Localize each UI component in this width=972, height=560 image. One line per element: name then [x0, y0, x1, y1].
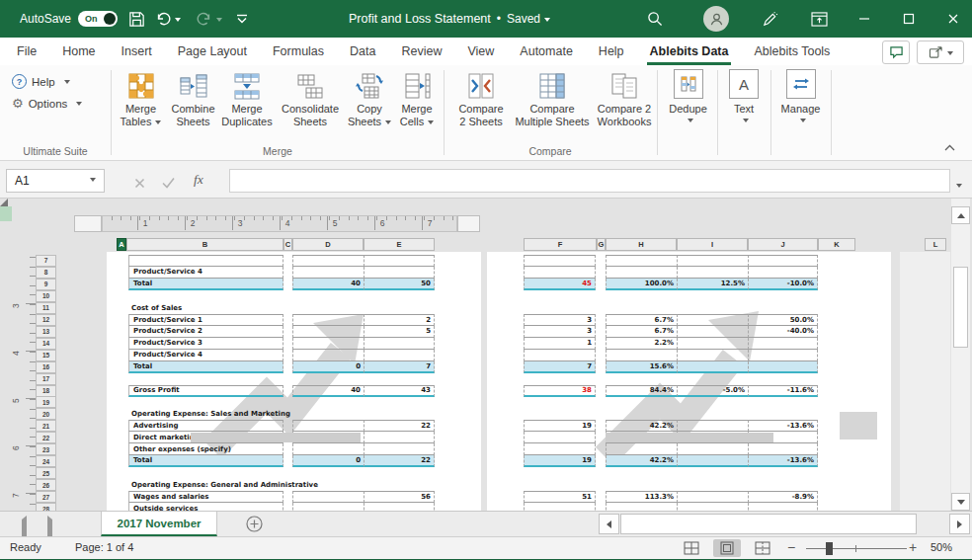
cell-I28[interactable]	[677, 503, 748, 511]
cell-D24[interactable]: 0	[292, 455, 364, 467]
cell-F18[interactable]: 38	[524, 385, 596, 397]
cell-H15[interactable]	[606, 350, 677, 361]
row-header-21[interactable]: 21	[36, 420, 56, 432]
cell-I7[interactable]	[677, 255, 748, 267]
dropdown-icon[interactable]	[428, 120, 434, 127]
dropdown-icon[interactable]	[688, 119, 693, 125]
cell-I13[interactable]	[677, 326, 748, 338]
section-header-row-20[interactable]: Operating Expense: Sales and Marketing	[131, 410, 290, 418]
cell-F9[interactable]: 45	[524, 279, 596, 290]
cell-H27[interactable]: 113.3%	[606, 491, 677, 503]
row-header-8[interactable]: 8	[36, 267, 56, 279]
ribbon-tab-review[interactable]: Review	[388, 38, 454, 65]
compare-2-workbooks-button[interactable]: Compare 2Workbooks	[592, 69, 657, 128]
cell-H13[interactable]: 6.7%	[606, 326, 677, 338]
consolidate-sheets-button[interactable]: ConsolidateSheets	[275, 69, 346, 128]
ribbon-tab-formulas[interactable]: Formulas	[260, 38, 337, 65]
cell-E15[interactable]	[364, 350, 435, 361]
cell-B14[interactable]: Product/Service 3	[128, 338, 284, 350]
cell-J14[interactable]	[748, 338, 818, 350]
row-header-27[interactable]: 27	[36, 491, 56, 503]
cell-D14[interactable]	[292, 338, 364, 350]
cell-E12[interactable]: 2	[364, 314, 435, 326]
cell-E9[interactable]: 50	[364, 279, 435, 290]
cell-D27[interactable]	[292, 491, 364, 503]
maximize-button[interactable]	[890, 0, 928, 38]
manage-button[interactable]: Manage	[771, 69, 830, 123]
next-sheet-icon[interactable]	[47, 520, 52, 537]
cell-J18[interactable]: -11.6%	[748, 385, 818, 397]
page-layout-view-button[interactable]	[713, 539, 741, 557]
hscroll-left-icon[interactable]	[599, 514, 619, 534]
cell-J24[interactable]: -13.6%	[748, 455, 818, 467]
cell-F15[interactable]	[524, 350, 596, 361]
row-header-22[interactable]: 22	[36, 432, 56, 443]
ribbon-display-options-icon[interactable]	[804, 0, 834, 38]
autosave-toggle[interactable]: On	[78, 11, 118, 27]
cell-F28[interactable]	[524, 503, 596, 511]
ribbon-tab-insert[interactable]: Insert	[109, 38, 165, 65]
column-header-K[interactable]: K	[818, 238, 855, 251]
cell-F22[interactable]	[524, 432, 596, 443]
row-header-14[interactable]: 14	[36, 338, 56, 350]
page-break-view-button[interactable]	[749, 539, 776, 557]
cell-J13[interactable]: -40.0%	[748, 326, 818, 338]
cell-H18[interactable]: 84.4%	[606, 385, 677, 397]
dedupe-button[interactable]: Dedupe	[660, 69, 716, 123]
cell-D23[interactable]	[292, 443, 364, 455]
row-header-11[interactable]: 11	[36, 302, 56, 314]
row-header-23[interactable]: 23	[36, 443, 56, 455]
column-header-G[interactable]: G	[597, 238, 606, 251]
row-header-20[interactable]: 20	[36, 408, 56, 420]
insert-function-button[interactable]: fx	[194, 172, 203, 188]
cell-J27[interactable]: -8.9%	[748, 491, 818, 503]
title-dropdown-icon[interactable]	[544, 18, 550, 25]
ribbon-tab-home[interactable]: Home	[49, 38, 108, 65]
column-header-B[interactable]: B	[126, 238, 284, 251]
dropdown-icon[interactable]	[385, 120, 391, 127]
row-header-9[interactable]: 9	[36, 279, 56, 290]
cell-B15[interactable]: Product/Service 4	[128, 350, 284, 361]
cell-D18[interactable]: 40	[292, 385, 364, 397]
select-all-icon[interactable]	[0, 199, 8, 206]
ribbon-tab-file[interactable]: File	[4, 38, 49, 65]
cell-E14[interactable]	[364, 338, 435, 350]
text-button[interactable]: AText	[718, 69, 770, 123]
cell-H12[interactable]: 6.7%	[606, 314, 677, 326]
compare-multiple-sheets-button[interactable]: CompareMultiple Sheets	[513, 69, 592, 128]
cell-H24[interactable]: 42.2%	[606, 455, 677, 467]
undo-icon[interactable]	[155, 0, 181, 38]
cell-E7[interactable]	[364, 255, 435, 267]
hscroll-right-icon[interactable]	[949, 514, 970, 534]
cell-E16[interactable]: 7	[364, 361, 435, 373]
row-header-17[interactable]: 17	[36, 373, 56, 385]
cell-J28[interactable]	[748, 503, 818, 511]
cell-J15[interactable]	[748, 350, 818, 361]
cell-J16[interactable]	[748, 361, 818, 373]
hscroll-thumb[interactable]	[620, 514, 917, 534]
column-header-F[interactable]: F	[524, 238, 597, 251]
cell-B24[interactable]: Total	[128, 455, 284, 467]
row-header-16[interactable]: 16	[36, 361, 56, 373]
cell-H7[interactable]	[606, 255, 677, 267]
cell-D16[interactable]: 0	[292, 361, 364, 373]
cell-D21[interactable]	[292, 420, 364, 432]
undo-dropdown-icon[interactable]	[175, 18, 181, 25]
row-header-24[interactable]: 24	[36, 455, 56, 467]
vscroll-up-icon[interactable]	[951, 206, 970, 224]
cell-J23[interactable]	[748, 443, 818, 455]
help-button[interactable]: ? Help	[12, 74, 70, 89]
quick-access-toolbar-icon[interactable]	[230, 0, 254, 38]
cell-H28[interactable]	[606, 503, 677, 511]
zoom-out-button[interactable]: −	[787, 539, 795, 555]
name-box[interactable]: A1	[6, 169, 105, 193]
cell-E22[interactable]	[364, 432, 435, 443]
cell-J9[interactable]: -10.0%	[748, 279, 818, 290]
cell-D8[interactable]	[292, 267, 364, 279]
ribbon-tab-data[interactable]: Data	[337, 38, 388, 65]
row-header-18[interactable]: 18	[36, 385, 56, 397]
cell-I12[interactable]	[677, 314, 748, 326]
cell-B12[interactable]: Product/Service 1	[128, 314, 284, 326]
ribbon-tab-ablebits-tools[interactable]: Ablebits Tools	[741, 38, 843, 65]
cell-D15[interactable]	[292, 350, 364, 361]
